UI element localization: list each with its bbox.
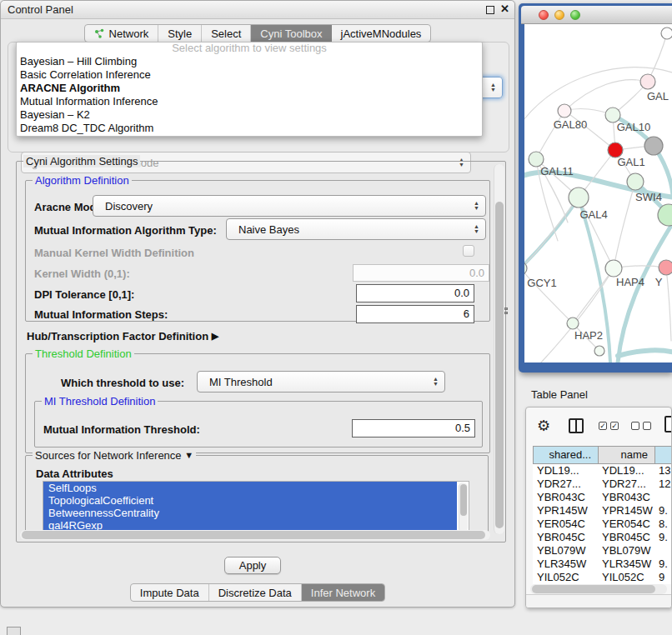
table-cell: YDR27... bbox=[533, 478, 598, 491]
network-edge[interactable] bbox=[614, 182, 635, 268]
collapse-down-icon[interactable]: ▼ bbox=[184, 450, 193, 460]
network-node[interactable] bbox=[661, 28, 672, 39]
checked-checkbox-icon[interactable]: ✓ bbox=[599, 422, 607, 430]
table-row[interactable]: YBL079WYBL079W bbox=[533, 544, 672, 558]
data-attributes-listbox[interactable]: SelfLoopsTopologicalCoefficientBetweenne… bbox=[43, 481, 469, 534]
kernel-width-field[interactable]: 0.0 bbox=[353, 264, 489, 282]
dpi-tolerance-field[interactable]: 0.0 bbox=[356, 284, 474, 302]
minimize-traffic-light-icon[interactable] bbox=[554, 10, 564, 20]
manual-kernel-label: Manual Kernel Width Definition bbox=[34, 247, 194, 259]
table-row[interactable]: YLR345WYLR345W9. bbox=[533, 558, 672, 571]
mi-type-combobox[interactable]: Naive Bayes ▲▼ bbox=[226, 218, 486, 240]
tab-cyni-toolbox[interactable]: Cyni Toolbox bbox=[251, 25, 331, 42]
algorithm-option[interactable]: Basic Correlation Inference bbox=[17, 68, 482, 82]
table-panel-title: Table Panel bbox=[531, 388, 588, 401]
close-icon[interactable]: ✕ bbox=[500, 2, 509, 15]
popup-item-list: Bayesian – Hill ClimbingBasic Correlatio… bbox=[17, 55, 482, 135]
network-node[interactable] bbox=[567, 318, 579, 329]
table-row[interactable]: YPR145WYPR145W9. bbox=[533, 504, 672, 518]
table-row[interactable]: YDL19...YDL19...13 bbox=[533, 464, 672, 478]
unchecked-checkbox-icon[interactable] bbox=[643, 422, 651, 430]
float-window-icon[interactable] bbox=[486, 6, 494, 14]
close-traffic-light-icon[interactable] bbox=[539, 10, 549, 20]
table-row[interactable]: YDR27...YDR27...12 bbox=[533, 478, 672, 491]
network-edge[interactable] bbox=[618, 224, 672, 362]
table-cell bbox=[654, 491, 672, 504]
network-node[interactable] bbox=[605, 260, 622, 277]
hub-definition-label: Hub/Transcription Factor Definition bbox=[27, 330, 208, 342]
group-title: Algorithm Definition bbox=[33, 174, 132, 187]
network-canvas[interactable]: GALGAL80GAL10GAL1GAL11SWI4GAL4GCY1HAP4YH… bbox=[524, 24, 672, 362]
settings-vertical-scrollbar[interactable] bbox=[494, 164, 504, 534]
table-cell: YPR145W bbox=[598, 504, 654, 518]
columns-icon[interactable] bbox=[569, 418, 584, 433]
network-edge[interactable] bbox=[666, 268, 671, 341]
sources-group: Sources for Network Inference ▼ Data Att… bbox=[25, 455, 489, 538]
table-cell: YER054C bbox=[533, 518, 598, 531]
network-node[interactable] bbox=[644, 137, 663, 155]
hub-definition-expander[interactable]: Hub/Transcription Factor Definition ▶ bbox=[27, 330, 218, 342]
node-label: GCY1 bbox=[527, 277, 556, 289]
combo-arrows-icon: ▲▼ bbox=[474, 201, 479, 211]
settings-horizontal-scrollbar[interactable] bbox=[20, 530, 490, 540]
network-node[interactable] bbox=[558, 104, 571, 118]
tab-select[interactable]: Select bbox=[202, 25, 251, 42]
tab-impute-data[interactable]: Impute Data bbox=[131, 584, 209, 601]
table-row[interactable]: YBR045CYBR045C9. bbox=[533, 531, 672, 544]
node-label: HAP4 bbox=[616, 276, 644, 288]
algorithm-option[interactable]: ARACNE Algorithm bbox=[17, 82, 482, 95]
table-body: YDL19...YDL19...13YDR27...YDR27...12YBR0… bbox=[533, 464, 672, 584]
table-row[interactable]: YIL052CYIL052C9 bbox=[533, 571, 672, 584]
mi-threshold-field[interactable]: 0.5 bbox=[352, 419, 475, 438]
unchecked-checkbox-icon[interactable] bbox=[631, 422, 639, 430]
table-cell: YBR043C bbox=[533, 491, 598, 504]
data-attributes-label: Data Attributes bbox=[36, 468, 113, 480]
attribute-item-selected[interactable]: BetweennessCentrality bbox=[43, 507, 457, 519]
dock-panel-icon[interactable] bbox=[7, 627, 21, 635]
table-cell: 9. bbox=[654, 504, 672, 518]
tab-style[interactable]: Style bbox=[158, 25, 202, 42]
network-edge[interactable] bbox=[618, 350, 672, 356]
network-node[interactable] bbox=[640, 74, 655, 89]
tab-jactivemnodules[interactable]: jActiveMNodules bbox=[332, 25, 431, 42]
column-header[interactable]: A bbox=[655, 447, 672, 463]
partial-toolbar-icon[interactable] bbox=[664, 416, 672, 432]
algorithm-option[interactable]: Bayesian – K2 bbox=[17, 108, 482, 122]
checked-checkbox-icon[interactable]: ✓ bbox=[610, 422, 619, 430]
node-label: HAP2 bbox=[574, 329, 603, 342]
manual-kernel-checkbox[interactable] bbox=[463, 245, 474, 257]
zoom-traffic-light-icon[interactable] bbox=[570, 10, 580, 20]
network-node[interactable] bbox=[659, 260, 672, 275]
algorithm-option[interactable]: Bayesian – Hill Climbing bbox=[17, 55, 482, 68]
which-threshold-value: MI Threshold bbox=[209, 376, 273, 388]
algorithm-option[interactable]: Dream8 DC_TDC Algorithm bbox=[17, 122, 482, 135]
network-node[interactable] bbox=[627, 173, 644, 190]
network-node[interactable] bbox=[594, 346, 604, 356]
tab-discretize-data[interactable]: Discretize Data bbox=[209, 584, 302, 601]
attribute-item-selected[interactable]: TopologicalCoefficient bbox=[43, 494, 457, 507]
group-title: Threshold Definition bbox=[33, 348, 134, 360]
tab-network[interactable]: Network bbox=[85, 25, 159, 42]
algorithm-option[interactable]: Mutual Information Inference bbox=[17, 95, 482, 108]
column-header[interactable]: shared... bbox=[534, 447, 599, 463]
attribute-item-selected[interactable]: SelfLoops bbox=[43, 482, 457, 494]
table-cell: YIL052C bbox=[598, 571, 654, 584]
table-cell: 8. bbox=[654, 518, 672, 531]
table-cell: YPR145W bbox=[533, 504, 598, 518]
network-window-titlebar[interactable] bbox=[521, 6, 672, 24]
column-header[interactable]: name bbox=[599, 447, 655, 463]
panel-divider-grip[interactable] bbox=[504, 308, 509, 315]
table-horizontal-scrollbar[interactable] bbox=[530, 584, 667, 594]
threshold-definition-group: Threshold Definition Which threshold to … bbox=[25, 353, 490, 453]
list-scrollbar[interactable] bbox=[459, 482, 468, 532]
which-threshold-combobox[interactable]: MI Threshold ▲▼ bbox=[197, 371, 445, 392]
tab-infer-network[interactable]: Infer Network bbox=[302, 584, 384, 601]
table-cell: YBR045C bbox=[533, 531, 598, 544]
table-row[interactable]: YBR043CYBR043C bbox=[533, 491, 672, 504]
mi-steps-field[interactable]: 6 bbox=[356, 305, 474, 323]
aracne-mode-combobox[interactable]: Discovery ▲▼ bbox=[93, 195, 486, 217]
network-node[interactable] bbox=[569, 188, 589, 208]
gear-icon[interactable]: ⚙ bbox=[537, 417, 550, 435]
apply-button[interactable]: Apply bbox=[224, 557, 281, 574]
table-row[interactable]: YER054CYER054C8. bbox=[533, 518, 672, 531]
